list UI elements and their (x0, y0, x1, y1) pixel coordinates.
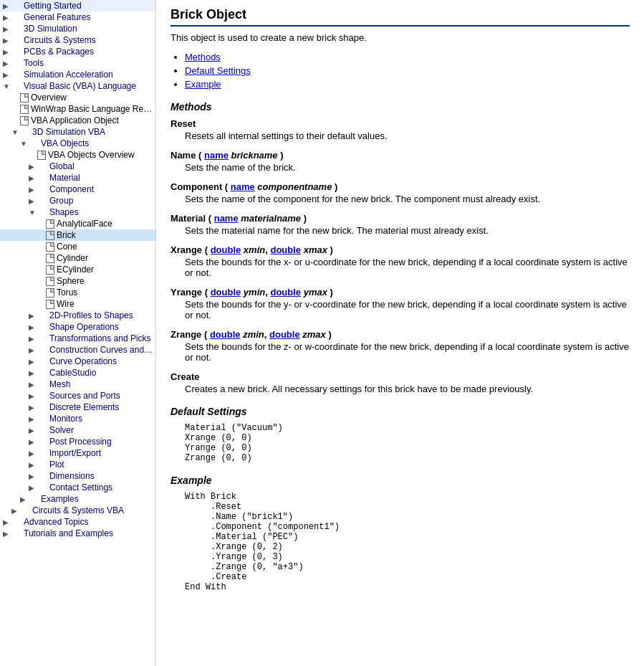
method-link-material-name[interactable]: name (214, 213, 239, 224)
arrow-icon-component: ▶ (29, 186, 37, 194)
method-desc-create: Creates a new brick. All necessary setti… (170, 384, 630, 394)
method-link-zrange-double[interactable]: double (269, 329, 300, 340)
default-settings-code: Material ("Vacuum") Xrange (0, 0) Yrange… (185, 423, 630, 463)
sidebar-item-wire[interactable]: Wire (0, 298, 155, 310)
method-desc-component: Sets the name of the component for the n… (170, 194, 630, 204)
method-sig-create: Create (170, 371, 630, 382)
sidebar-item-transformations[interactable]: ▶Transformations and Picks (0, 333, 155, 344)
folder-icon-2d-profiles (37, 310, 47, 320)
sidebar-label-general-features: General Features (24, 12, 90, 22)
sidebar-item-getting-started[interactable]: ▶Getting Started (0, 0, 155, 11)
sidebar-item-circuits-vba[interactable]: ▶Circuits & Systems VBA (0, 505, 155, 516)
sidebar-item-cone[interactable]: Cone (0, 241, 155, 252)
sidebar-item-sources-ports[interactable]: ▶Sources and Ports (0, 390, 155, 401)
sidebar-label-examples: Examples (41, 494, 79, 504)
sidebar-item-ecylinder[interactable]: ECylinder (0, 264, 155, 275)
method-text-xrange: ) (327, 244, 333, 255)
sidebar-label-post-processing: Post Processing (49, 437, 112, 447)
sidebar-item-discrete-elements[interactable]: ▶Discrete Elements (0, 401, 155, 413)
folder-icon-pcbs-packages (11, 47, 21, 57)
sidebar-label-cablestudio: CableStudio (49, 368, 96, 378)
sidebar-item-plot[interactable]: ▶Plot (0, 459, 155, 470)
sidebar-item-import-export[interactable]: ▶Import/Export (0, 447, 155, 459)
sidebar-item-post-processing[interactable]: ▶Post Processing (0, 436, 155, 447)
arrow-icon-3d-simulation: ▶ (3, 25, 11, 33)
method-link-xrange-double[interactable]: double (270, 244, 301, 255)
sidebar-item-group[interactable]: ▶Group (0, 195, 155, 206)
sidebar-item-material[interactable]: ▶Material (0, 172, 155, 184)
sidebar-item-pcbs-packages[interactable]: ▶PCBs & Packages (0, 46, 155, 57)
sidebar-item-contact-settings[interactable]: ▶Contact Settings (0, 482, 155, 493)
method-param-zrange: zmax (302, 329, 326, 340)
method-link-yrange-double[interactable]: double (211, 287, 241, 298)
sidebar-item-3d-simulation-vba[interactable]: ▼3D Simulation VBA (0, 126, 155, 138)
arrow-icon-tools: ▶ (3, 60, 11, 67)
toc-link-default-settings[interactable]: Default Settings (185, 65, 251, 76)
sidebar-item-simulation-acceleration[interactable]: ▶Simulation Acceleration (0, 69, 155, 80)
sidebar-label-global: Global (49, 161, 75, 171)
sidebar-label-circuits-vba: Circuits & Systems VBA (32, 505, 124, 515)
sidebar-item-advanced-topics[interactable]: ▶Advanced Topics (0, 516, 155, 528)
sidebar-item-component[interactable]: ▶Component (0, 184, 155, 195)
folder-icon-sources-ports (37, 391, 47, 401)
sidebar-item-curve-operations[interactable]: ▶Curve Operations (0, 356, 155, 367)
sidebar-label-construction-curves: Construction Curves and Fa... (49, 345, 154, 355)
main-content: Brick Object This object is used to crea… (156, 0, 644, 666)
folder-icon-tutorials-examples (11, 528, 21, 538)
sidebar-item-vba-language[interactable]: ▼Visual Basic (VBA) Language (0, 80, 155, 92)
folder-icon-plot (37, 460, 47, 470)
sidebar-item-sphere[interactable]: Sphere (0, 275, 155, 287)
sidebar-item-torus[interactable]: Torus (0, 287, 155, 298)
sidebar-item-mesh[interactable]: ▶Mesh (0, 379, 155, 390)
method-link-yrange-double[interactable]: double (270, 287, 301, 298)
sidebar-item-examples[interactable]: ▶Examples (0, 493, 155, 505)
sidebar-item-brick[interactable]: Brick (0, 229, 155, 241)
sidebar-item-winwrap[interactable]: WinWrap Basic Language Reference (0, 103, 155, 115)
folder-icon-dimensions (37, 471, 47, 481)
sidebar-label-import-export: Import/Export (49, 448, 101, 458)
method-sig-material: Material ( name materialname ) (170, 213, 630, 224)
sidebar-label-cylinder: Cylinder (57, 253, 88, 263)
sidebar-item-dimensions[interactable]: ▶Dimensions (0, 470, 155, 482)
toc-link-example[interactable]: Example (185, 79, 221, 90)
sidebar-item-shape-operations[interactable]: ▶Shape Operations (0, 321, 155, 333)
sidebar-item-vba-app-object[interactable]: VBA Application Object (0, 115, 155, 126)
sidebar-item-shapes[interactable]: ▼Shapes (0, 206, 155, 218)
methods-container: ResetResets all internal settings to the… (170, 118, 630, 394)
sidebar-label-overview: Overview (31, 92, 67, 103)
folder-icon-examples (29, 494, 39, 504)
sidebar-item-monitors[interactable]: ▶Monitors (0, 413, 155, 424)
sidebar-label-wire: Wire (57, 299, 75, 309)
sidebar-item-overview[interactable]: Overview (0, 92, 155, 103)
arrow-icon-transformations: ▶ (29, 335, 37, 343)
method-link-name-name[interactable]: name (204, 150, 229, 161)
method-link-xrange-double[interactable]: double (211, 244, 241, 255)
method-sig-component: Component ( name componentname ) (170, 181, 630, 192)
folder-icon-vba-language (11, 81, 21, 91)
sidebar-item-2d-profiles[interactable]: ▶2D-Profiles to Shapes (0, 310, 155, 321)
sidebar-item-general-features[interactable]: ▶General Features (0, 11, 155, 23)
sidebar-label-contact-settings: Contact Settings (49, 482, 112, 493)
sidebar-item-solver[interactable]: ▶Solver (0, 424, 155, 436)
folder-icon-circuits-vba (20, 505, 30, 515)
sidebar-item-global[interactable]: ▶Global (0, 161, 155, 172)
sidebar-item-vba-objects[interactable]: ▼VBA Objects (0, 138, 155, 149)
sidebar-item-3d-simulation[interactable]: ▶3D Simulation (0, 23, 155, 34)
sidebar-label-sources-ports: Sources and Ports (49, 391, 120, 401)
doc-icon-brick (46, 231, 54, 240)
method-link-zrange-double[interactable]: double (210, 329, 241, 340)
method-link-component-name[interactable]: name (231, 181, 255, 192)
sidebar-item-vba-objects-overview[interactable]: VBA Objects Overview (0, 149, 155, 161)
sidebar-item-cylinder[interactable]: Cylinder (0, 252, 155, 264)
sidebar-item-analyticalface[interactable]: AnalyticalFace (0, 218, 155, 229)
sidebar-item-tutorials-examples[interactable]: ▶Tutorials and Examples (0, 528, 155, 539)
toc-link-methods[interactable]: Methods (185, 52, 221, 62)
folder-icon-advanced-topics (11, 517, 21, 527)
folder-icon-global (37, 161, 47, 171)
sidebar-label-component: Component (49, 184, 94, 194)
sidebar-item-construction-curves[interactable]: ▶Construction Curves and Fa... (0, 344, 155, 356)
sidebar-item-circuits-systems[interactable]: ▶Circuits & Systems (0, 34, 155, 46)
sidebar-item-tools[interactable]: ▶Tools (0, 57, 155, 69)
sidebar-item-cablestudio[interactable]: ▶CableStudio (0, 367, 155, 379)
sidebar-label-monitors: Monitors (49, 414, 82, 424)
